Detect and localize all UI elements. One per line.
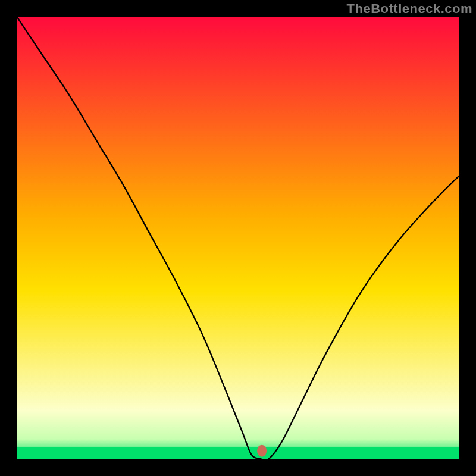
green-band (17, 447, 459, 459)
watermark-text: TheBottleneck.com (347, 1, 472, 17)
chart-frame: { "watermark": { "text": "TheBottleneck.… (0, 0, 476, 476)
gradient-background (17, 17, 459, 459)
bottleneck-chart (0, 0, 476, 476)
plot-area (17, 17, 459, 460)
optimum-marker (257, 445, 267, 457)
